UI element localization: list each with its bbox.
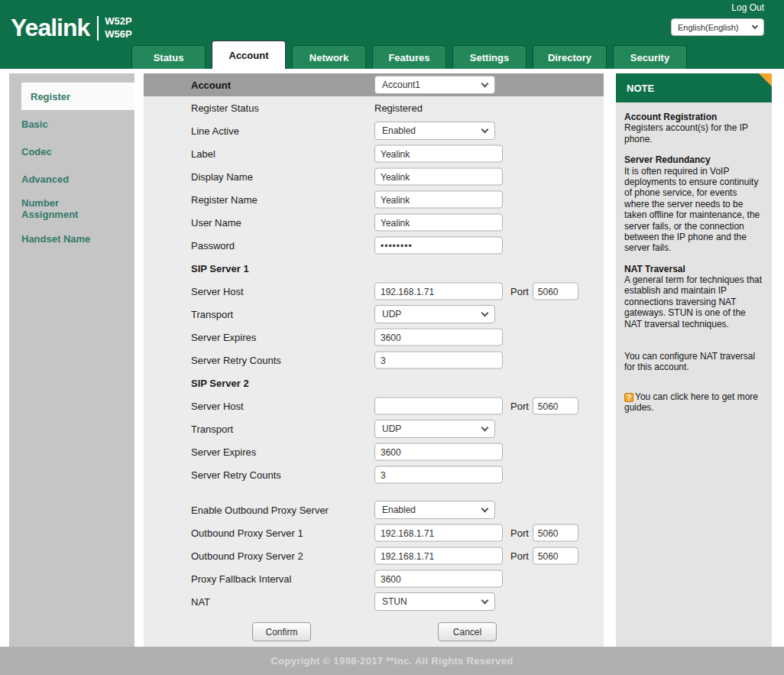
sip2-server-retry-input[interactable]: [374, 466, 503, 484]
line-active-select[interactable]: Enabled: [374, 122, 495, 140]
tab-network[interactable]: Network: [292, 45, 366, 69]
outbound-proxy1-port-input[interactable]: [533, 524, 578, 542]
outbound-proxy1-input[interactable]: [374, 524, 503, 542]
row-spacer: [144, 486, 604, 498]
field-label: Outbound Proxy Server 2: [191, 550, 303, 562]
row-proxy-fallback-interval: Proxy Fallback Interval: [144, 567, 604, 590]
note-section-title: NAT Traversal: [624, 264, 763, 274]
row-sip1-server-host: Server Host Port: [144, 280, 604, 303]
field-label: NAT: [191, 596, 210, 608]
field-label: Password: [191, 240, 235, 252]
tab-features[interactable]: Features: [372, 45, 446, 69]
field-label: Display Name: [191, 171, 253, 183]
account-select[interactable]: Account1: [374, 76, 495, 94]
model-w52p: W52P: [105, 15, 131, 28]
sip2-transport-select[interactable]: UDP: [374, 420, 495, 438]
copyright-text: Copyright © 1998-2017 **Inc. All Rights …: [271, 655, 513, 667]
row-sip2-server-expires: Server Expires: [144, 440, 604, 463]
logout-link[interactable]: Log Out: [731, 2, 764, 13]
register-name-input[interactable]: [374, 191, 503, 209]
port-label: Port: [510, 286, 529, 297]
tab-status[interactable]: Status: [131, 45, 206, 69]
port-group: Port: [510, 524, 578, 542]
outbound-proxy-enable-select[interactable]: Enabled: [374, 501, 495, 519]
register-status-value: Registered: [374, 102, 423, 114]
corner-fold-icon: [759, 73, 772, 86]
display-name-input[interactable]: [374, 168, 503, 186]
user-name-input[interactable]: [374, 214, 503, 232]
field-label: Transport: [191, 309, 233, 320]
sip1-transport-select[interactable]: UDP: [374, 305, 495, 323]
brand-logo: Yealink W52P W56P: [11, 14, 132, 42]
field-label: Outbound Proxy Server 1: [191, 527, 303, 539]
field-label: Server Host: [191, 286, 244, 297]
note-panel: NOTE Account Registration Registers acco…: [616, 73, 772, 647]
outbound-proxy2-input[interactable]: [374, 547, 503, 565]
account-header-bar: Account Account1: [144, 73, 604, 96]
tab-settings[interactable]: Settings: [452, 45, 526, 69]
nat-select[interactable]: STUN: [374, 592, 495, 611]
row-register-name: Register Name: [144, 188, 604, 211]
row-sip2-server-retry: Server Retry Counts: [144, 463, 604, 486]
row-user-name: User Name: [144, 211, 604, 234]
port-group: Port: [510, 547, 578, 565]
label-input[interactable]: [374, 145, 503, 163]
tab-security[interactable]: Security: [613, 45, 687, 69]
sip2-port-input[interactable]: [533, 398, 578, 415]
chevron-down-icon: [481, 596, 489, 604]
note-section-text: A general term for techniques that estab…: [624, 274, 762, 329]
sip2-server-host-input[interactable]: [374, 398, 503, 415]
model-names: W52P W56P: [105, 15, 131, 41]
logo-divider: [97, 16, 99, 41]
question-icon: ?: [624, 393, 633, 402]
port-label: Port: [510, 401, 529, 412]
select-value: UDP: [382, 309, 401, 320]
row-sip1-server-expires: Server Expires: [144, 326, 604, 349]
guides-text: You can click here to get more guides.: [624, 391, 758, 413]
note-body: Account Registration Registers account(s…: [616, 102, 772, 647]
chevron-down-icon: [752, 22, 758, 28]
field-label: Line Active: [191, 125, 239, 137]
field-label: Register Status: [191, 102, 259, 114]
sidebar-item-basic[interactable]: Basic: [9, 110, 134, 138]
sip2-server-expires-input[interactable]: [374, 443, 503, 461]
note-title: NOTE: [627, 83, 654, 94]
chevron-down-icon: [481, 423, 489, 431]
outbound-proxy2-port-input[interactable]: [533, 547, 578, 565]
sidebar-item-codec[interactable]: Codec: [9, 138, 134, 165]
field-label: Proxy Fallback Interval: [191, 573, 292, 585]
language-select[interactable]: English(English): [671, 18, 764, 36]
password-input[interactable]: [374, 237, 503, 255]
note-section-text: It is often required in VoIP deployments…: [624, 166, 760, 254]
note-guides-link[interactable]: ?You can click here to get more guides.: [624, 391, 763, 414]
sip1-server-expires-input[interactable]: [374, 329, 503, 346]
field-label: Enable Outbound Proxy Server: [191, 505, 329, 516]
page: Log Out English(English) Yealink W52P W5…: [0, 0, 784, 675]
sip1-server-host-input[interactable]: [374, 283, 503, 300]
sidebar-item-register[interactable]: Register: [21, 83, 134, 110]
sip1-server-retry-input[interactable]: [374, 352, 503, 369]
sidebar-item-advanced[interactable]: Advanced: [9, 165, 134, 193]
tab-bar: Status Account Network Features Settings…: [131, 41, 687, 69]
field-label: Register Name: [191, 194, 258, 206]
field-label: Transport: [191, 423, 233, 435]
field-label: Server Retry Counts: [191, 355, 281, 366]
proxy-fallback-interval-input[interactable]: [374, 570, 503, 588]
tab-directory[interactable]: Directory: [533, 45, 607, 69]
section-sip-server-2: SIP Server 2: [144, 372, 604, 394]
cancel-button[interactable]: Cancel: [438, 622, 497, 641]
row-label: Label: [144, 142, 604, 165]
chevron-down-icon: [481, 125, 489, 133]
sidebar-item-handset-name[interactable]: Handset Name: [9, 225, 134, 252]
sip1-port-input[interactable]: [533, 283, 578, 300]
field-label: Server Retry Counts: [191, 469, 281, 481]
row-sip1-transport: Transport UDP: [144, 303, 604, 326]
row-outbound-proxy-2: Outbound Proxy Server 2 Port: [144, 544, 604, 567]
sidebar-item-number-assignment[interactable]: Number Assignment: [9, 193, 134, 225]
tab-account[interactable]: Account: [212, 41, 286, 69]
section-label: SIP Server 2: [191, 378, 249, 389]
select-value: Enabled: [382, 505, 416, 515]
row-sip2-server-host: Server Host Port: [144, 394, 604, 417]
port-label: Port: [510, 550, 529, 562]
confirm-button[interactable]: Confirm: [252, 622, 311, 641]
